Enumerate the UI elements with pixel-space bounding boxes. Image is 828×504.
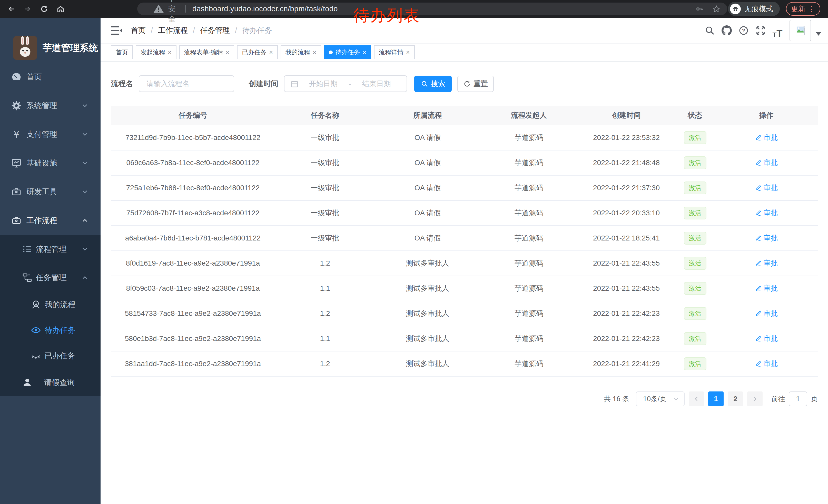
sidebar-item-label: 任务管理 (36, 273, 67, 283)
search-button[interactable]: 搜索 (414, 76, 452, 92)
url-text[interactable]: dashboard.yudao.iocoder.cn/bpm/task/todo (192, 5, 338, 13)
forward-button[interactable] (19, 0, 36, 18)
forward-icon (23, 5, 32, 13)
edit-pen-icon (755, 360, 761, 367)
cell-create-time: 2022-01-21 22:42:23 (578, 310, 675, 318)
address-bar[interactable]: 不安全 dashboard.yudao.iocoder.cn/bpm/task/… (137, 3, 727, 15)
fullscreen-button[interactable] (752, 22, 769, 39)
approve-link[interactable]: 审批 (755, 158, 778, 168)
page-button-2[interactable]: 2 (728, 392, 743, 406)
prev-page-button[interactable] (689, 392, 704, 406)
approve-link[interactable]: 审批 (755, 259, 778, 268)
avatar[interactable] (790, 20, 811, 41)
browser-menu-icon[interactable]: ⋮ (808, 5, 815, 13)
sidebar-item-done-tasks[interactable]: 已办任务 (0, 343, 100, 369)
sidebar-item-label: 首页 (27, 72, 42, 82)
approve-link[interactable]: 审批 (755, 133, 778, 142)
goto-page-input[interactable] (789, 392, 807, 406)
tab-close-icon[interactable]: × (168, 49, 172, 56)
tab-label: 流程表单-编辑 (184, 48, 223, 56)
bookmark-star-icon[interactable] (712, 5, 720, 13)
font-size-large-T: T (777, 28, 782, 39)
sidebar-item-devtools[interactable]: 研发工具 (0, 177, 100, 206)
process-name-input[interactable] (139, 75, 234, 92)
approve-link[interactable]: 审批 (755, 233, 778, 243)
col-header-process: 所属流程 (375, 110, 480, 120)
breadcrumb-item[interactable]: 首页 (131, 26, 146, 36)
sidebar-item-system[interactable]: 系统管理 (0, 91, 100, 120)
sidebar-item-home[interactable]: 首页 (0, 62, 100, 91)
github-link[interactable] (718, 22, 735, 39)
approve-link[interactable]: 审批 (755, 283, 778, 293)
goto-unit: 页 (811, 394, 818, 404)
header-search-button[interactable] (701, 22, 718, 39)
col-header-starter: 流程发起人 (480, 110, 578, 120)
browser-update-button[interactable]: 更新 ⋮ (786, 2, 820, 16)
avatar-caret-icon[interactable] (816, 32, 821, 36)
sidebar-item-infra[interactable]: 基础设施 (0, 149, 100, 177)
home-button[interactable] (52, 0, 69, 18)
approve-link[interactable]: 审批 (755, 183, 778, 193)
chevron-up-icon (81, 217, 89, 224)
sidebar-item-payment[interactable]: ¥ 支付管理 (0, 120, 100, 149)
sidebar-item-workflow[interactable]: 工作流程 (0, 206, 100, 235)
tab-close-icon[interactable]: × (313, 49, 317, 56)
sidebar-item-my-process[interactable]: 我的流程 (0, 292, 100, 317)
cell-process: 测试多审批人 (375, 283, 480, 293)
cell-starter: 芋道源码 (480, 334, 578, 343)
chevron-down-icon (81, 245, 89, 253)
tab-close-icon[interactable]: × (269, 49, 273, 56)
approve-label: 审批 (763, 208, 778, 218)
back-button[interactable] (3, 0, 19, 18)
tab-todo-tasks[interactable]: 待办任务× (324, 45, 371, 59)
fullscreen-icon (755, 26, 766, 36)
approve-link[interactable]: 审批 (755, 309, 778, 318)
tab-process-detail[interactable]: 流程详情× (374, 45, 415, 59)
sidebar-item-task-mgmt[interactable]: 任务管理 (0, 264, 100, 292)
approve-link[interactable]: 审批 (755, 334, 778, 343)
font-size-small-T: T (772, 31, 777, 39)
reset-button[interactable]: 重置 (457, 76, 494, 92)
incognito-label: 无痕模式 (744, 4, 773, 14)
tab-my-process[interactable]: 我的流程× (281, 45, 321, 59)
tab-start-process[interactable]: 发起流程× (136, 45, 176, 59)
reload-button[interactable] (36, 0, 52, 18)
tab-close-icon[interactable]: × (363, 49, 366, 56)
update-label: 更新 (791, 4, 805, 14)
password-key-icon[interactable] (695, 5, 704, 13)
security-status[interactable]: 不安全 (153, 0, 178, 25)
tree-icon (22, 272, 33, 283)
edit-pen-icon (755, 210, 761, 216)
sidebar-item-leave-query[interactable]: 请假查询 (0, 369, 100, 396)
edit-pen-icon (755, 285, 761, 292)
app-title: 芋道管理系统 (43, 42, 98, 54)
edit-pen-icon (755, 134, 761, 141)
cell-create-time: 2022-01-22 23:53:32 (578, 134, 675, 142)
tab-done-tasks[interactable]: 已办任务× (237, 45, 278, 59)
tab-close-icon[interactable]: × (226, 49, 230, 56)
gear-icon (11, 100, 22, 111)
screen: 不安全 dashboard.yudao.iocoder.cn/bpm/task/… (0, 0, 828, 504)
approve-link[interactable]: 审批 (755, 359, 778, 369)
sidebar-item-process-mgmt[interactable]: 流程管理 (0, 235, 100, 264)
tab-close-icon[interactable]: × (406, 49, 410, 56)
tab-process-form-edit[interactable]: 流程表单-编辑× (179, 45, 235, 59)
approve-link[interactable]: 审批 (755, 208, 778, 218)
sidebar-item-todo-tasks[interactable]: 待办任务 (0, 317, 100, 343)
status-badge: 激活 (684, 257, 706, 270)
table-row: a6aba0a4-7b6d-11ec-b781-acde48001122 一级审… (111, 226, 818, 251)
tab-home[interactable]: 首页 (111, 45, 133, 59)
app-logo-row[interactable]: 芋道管理系统 (13, 36, 98, 60)
page-size-select[interactable]: 10条/页 (636, 392, 685, 406)
sidebar-toggle-button[interactable] (111, 25, 122, 36)
font-size-button[interactable]: TT (769, 22, 786, 39)
person-icon (30, 299, 42, 310)
breadcrumb-item[interactable]: 工作流程 (158, 26, 188, 36)
breadcrumb-item[interactable]: 任务管理 (200, 26, 230, 36)
url-divider (185, 5, 186, 12)
next-page-button[interactable] (747, 392, 762, 406)
page-button-1[interactable]: 1 (708, 392, 723, 406)
help-button[interactable]: ? (735, 22, 752, 39)
incognito-badge: 无痕模式 (728, 2, 780, 16)
date-range-picker[interactable]: 开始日期 - 结束日期 (284, 75, 407, 92)
